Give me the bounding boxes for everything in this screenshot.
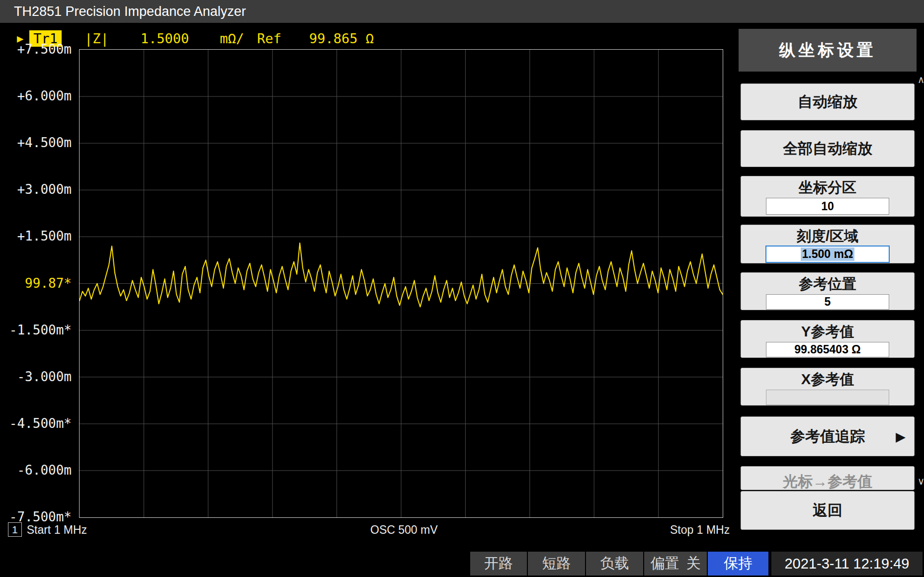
scale-per-division-control[interactable]: 刻度/区域 1.500 mΩ	[741, 225, 915, 263]
x-reference-value-control[interactable]: X参考值	[741, 368, 915, 406]
axis-divisions-label: 坐标分区	[799, 178, 856, 197]
trace-ref-value: 99.865 Ω	[309, 31, 374, 46]
bias-label: 偏置	[651, 554, 679, 574]
y-axis-label: +1.500m	[0, 228, 72, 244]
short-circuit-button[interactable]: 短路	[528, 552, 585, 576]
y-reference-value-label: Y参考值	[801, 322, 854, 341]
reference-position-control[interactable]: 参考位置 5	[741, 272, 915, 310]
y-axis-label: -6.000m	[0, 462, 72, 478]
trace-ref-label: Ref	[257, 31, 281, 46]
y-axis-label: -4.500m*	[0, 415, 72, 431]
y-axis-label: +6.000m	[0, 88, 72, 104]
trace-scale-value: 1.5000	[141, 31, 189, 46]
cursor-to-reference-button[interactable]: 光标→参考值	[741, 466, 915, 490]
submenu-arrow-icon: ▶	[896, 430, 905, 444]
selected-text: 1.500 mΩ	[801, 247, 855, 261]
open-circuit-button[interactable]: 开路	[470, 552, 527, 576]
status-bar: 开路 短路 负载 偏置 关 保持 2021-3-11 12:19:49	[0, 551, 924, 577]
bias-toggle-button[interactable]: 偏置 关	[644, 552, 707, 576]
reference-position-input[interactable]: 5	[766, 294, 889, 310]
y-axis-label: +3.000m	[0, 181, 72, 197]
y-axis-label: +7.500m	[0, 41, 72, 57]
window-title: TH2851 Precision Impedance Analyzer	[0, 0, 924, 23]
y-axis-label: -1.500m*	[0, 322, 72, 338]
osc-level-label: OSC 500 mV	[370, 522, 438, 538]
x-reference-value-input[interactable]	[766, 390, 889, 405]
trace-parameter: |Z|	[84, 31, 109, 46]
scroll-up-icon[interactable]: ∧	[917, 74, 924, 85]
scale-per-division-label: 刻度/区域	[797, 227, 858, 246]
back-button[interactable]: 返回	[741, 491, 915, 530]
x-axis-start: 1Start 1 MHz	[8, 522, 87, 538]
y-axis-label: -3.000m	[0, 369, 72, 385]
reference-tracking-label: 参考值追踪	[790, 426, 865, 447]
x-reference-value-label: X参考值	[801, 370, 854, 389]
x-axis-stop: Stop 1 MHz	[670, 522, 730, 538]
auto-scale-button[interactable]: 自动缩放	[741, 83, 915, 120]
y-reference-value-input[interactable]: 99.865403 Ω	[766, 342, 889, 357]
trace-plot-area	[79, 49, 723, 518]
instrument-screen: TH2851 Precision Impedance Analyzer ▶ Tr…	[0, 0, 924, 577]
reference-position-label: 参考位置	[799, 274, 856, 293]
bias-state: 关	[686, 554, 701, 574]
hold-button[interactable]: 保持	[708, 552, 768, 576]
reference-tracking-button[interactable]: 参考值追踪 ▶	[741, 416, 915, 456]
trace-scale-unit: mΩ/	[220, 31, 244, 46]
y-axis-label: +4.500m	[0, 135, 72, 151]
y-axis-reference-label: 99.87*	[0, 275, 72, 291]
trace-plot-svg	[80, 50, 723, 517]
axis-divisions-input[interactable]: 10	[766, 198, 889, 215]
scroll-down-icon[interactable]: ∨	[917, 475, 924, 487]
axis-divisions-control[interactable]: 坐标分区 10	[741, 176, 915, 217]
start-frequency-label: Start 1 MHz	[27, 523, 87, 536]
scale-per-division-input[interactable]: 1.500 mΩ	[765, 246, 890, 263]
datetime-display: 2021-3-11 12:19:49	[771, 552, 923, 576]
auto-scale-all-button[interactable]: 全部自动缩放	[741, 130, 915, 167]
channel-indicator: 1	[8, 522, 22, 537]
y-axis-labels: +7.500m+6.000m+4.500m+3.000m+1.500m99.87…	[0, 49, 76, 517]
side-panel-title: 纵坐标设置	[739, 29, 917, 72]
y-reference-value-control[interactable]: Y参考值 99.865403 Ω	[741, 320, 915, 358]
load-button[interactable]: 负载	[586, 552, 643, 576]
